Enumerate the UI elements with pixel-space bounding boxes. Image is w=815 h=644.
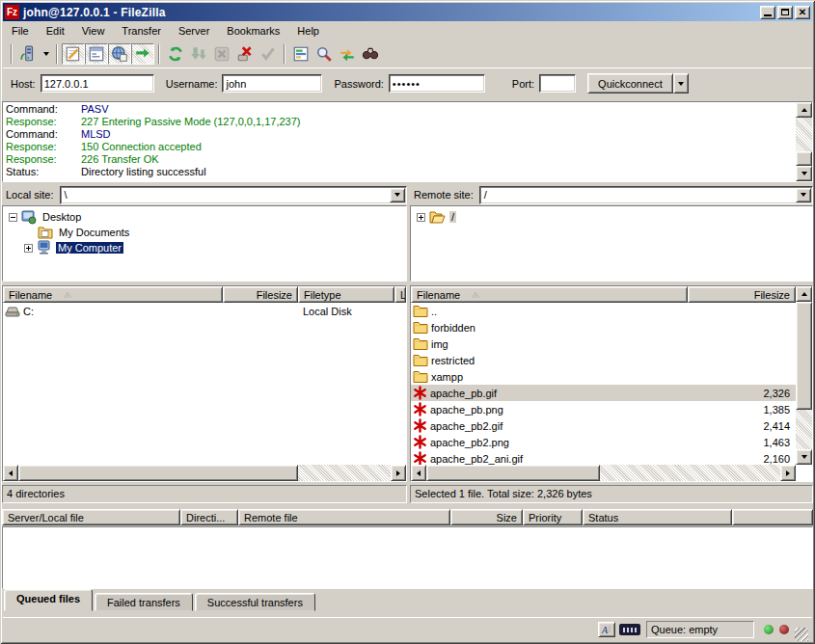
find-files-button[interactable] bbox=[359, 43, 382, 65]
menu-file[interactable]: File bbox=[3, 23, 38, 39]
refresh-button[interactable] bbox=[164, 43, 187, 65]
scrollbar-thumb[interactable] bbox=[796, 302, 812, 410]
toggle-remote-tree-button[interactable] bbox=[108, 43, 131, 65]
status-indicator-icon[interactable] bbox=[619, 624, 640, 635]
local-site-dropdown-button[interactable] bbox=[390, 188, 405, 202]
column-label: Filetype bbox=[304, 289, 341, 301]
scrollbar-thumb[interactable] bbox=[18, 465, 298, 481]
local-horizontal-scrollbar[interactable] bbox=[3, 465, 406, 481]
file-row[interactable]: .. bbox=[411, 303, 796, 319]
tree-item-my-documents[interactable]: My Documents bbox=[3, 225, 406, 240]
toolbar-separator bbox=[56, 44, 58, 64]
menu-transfer[interactable]: Transfer bbox=[113, 23, 170, 39]
minimize-button[interactable] bbox=[760, 6, 775, 19]
data-type-indicator-button[interactable]: A bbox=[598, 622, 615, 637]
close-button[interactable]: ✕ bbox=[795, 6, 810, 19]
file-row[interactable]: forbidden bbox=[411, 319, 796, 335]
scroll-right-button[interactable] bbox=[780, 465, 796, 481]
remote-site-dropdown-button[interactable] bbox=[796, 188, 811, 202]
scroll-down-button[interactable] bbox=[796, 166, 812, 181]
file-row-selected[interactable]: apache_pb.gif 2,326 bbox=[411, 385, 796, 401]
column-header-filename[interactable]: Filename bbox=[3, 286, 223, 303]
column-header-priority[interactable]: Priority bbox=[523, 509, 583, 525]
log-scrollbar[interactable] bbox=[796, 102, 812, 181]
remote-site-combobox[interactable]: / bbox=[479, 186, 813, 204]
tree-item-my-computer[interactable]: My Computer bbox=[3, 240, 406, 255]
disconnect-button[interactable] bbox=[233, 43, 257, 65]
scroll-right-button[interactable] bbox=[391, 465, 406, 481]
tab-successful-transfers[interactable]: Successful transfers bbox=[195, 593, 315, 611]
toggle-local-tree-button[interactable] bbox=[85, 43, 108, 65]
column-header-filesize[interactable]: Filesize bbox=[223, 286, 298, 303]
file-row[interactable]: apache_pb.png 1,385 bbox=[411, 401, 796, 417]
column-header-last-modified[interactable]: L bbox=[394, 286, 406, 303]
remote-vertical-scrollbar[interactable] bbox=[796, 286, 812, 465]
quickconnect-button[interactable]: Quickconnect bbox=[587, 73, 673, 94]
file-row[interactable]: apache_pb2.gif 2,414 bbox=[411, 417, 796, 434]
column-header-filename[interactable]: Filename bbox=[411, 286, 688, 303]
scroll-up-button[interactable] bbox=[796, 102, 812, 118]
expand-icon[interactable] bbox=[417, 213, 425, 222]
tree-item-desktop[interactable]: Desktop bbox=[3, 209, 406, 225]
column-header-size[interactable]: Size bbox=[450, 509, 523, 525]
toggle-message-log-button[interactable] bbox=[62, 43, 85, 65]
reconnect-button[interactable] bbox=[257, 43, 280, 65]
host-input[interactable] bbox=[41, 74, 154, 93]
site-manager-dropdown-button[interactable] bbox=[40, 43, 52, 65]
password-input[interactable] bbox=[389, 74, 485, 93]
synchronized-browsing-button[interactable] bbox=[336, 43, 359, 65]
column-header-server-local-file[interactable]: Server/Local file bbox=[2, 509, 180, 525]
remote-site-bar: Remote site: / bbox=[410, 185, 813, 204]
tree-item-root[interactable]: / bbox=[411, 209, 812, 225]
scrollbar-thumb[interactable] bbox=[426, 465, 600, 481]
menu-edit[interactable]: Edit bbox=[38, 23, 73, 39]
scrollbar-thumb[interactable] bbox=[796, 151, 812, 166]
scroll-left-button[interactable] bbox=[411, 465, 426, 481]
resize-grip[interactable] bbox=[795, 628, 808, 641]
title-bar: Fz john@127.0.0.1 - FileZilla ✕ bbox=[3, 3, 812, 21]
tab-queued-files[interactable]: Queued files bbox=[4, 589, 93, 611]
queue-body[interactable] bbox=[2, 526, 813, 589]
port-input[interactable] bbox=[539, 74, 576, 93]
tab-failed-transfers[interactable]: Failed transfers bbox=[95, 593, 193, 611]
username-input[interactable] bbox=[222, 74, 322, 93]
local-site-combobox[interactable]: \ bbox=[60, 186, 407, 204]
synchronized-browsing-icon bbox=[339, 45, 356, 63]
quickconnect-dropdown-button[interactable] bbox=[673, 73, 689, 94]
expand-icon[interactable] bbox=[24, 244, 33, 253]
log-line-label: Command: bbox=[6, 103, 81, 116]
process-queue-button[interactable] bbox=[187, 43, 210, 65]
file-row[interactable]: xampp bbox=[411, 368, 796, 385]
menu-view[interactable]: View bbox=[73, 23, 114, 39]
arrow-down-icon bbox=[801, 455, 807, 459]
scroll-left-button[interactable] bbox=[3, 465, 18, 481]
file-row-c-drive[interactable]: C: Local Disk bbox=[3, 303, 406, 319]
menu-bookmarks[interactable]: Bookmarks bbox=[218, 23, 288, 39]
column-label: Status bbox=[588, 512, 618, 523]
maximize-button[interactable] bbox=[777, 6, 793, 19]
site-manager-button[interactable] bbox=[16, 43, 40, 65]
scroll-up-button[interactable] bbox=[796, 286, 812, 302]
menu-server[interactable]: Server bbox=[170, 23, 218, 39]
column-header-status[interactable]: Status bbox=[583, 509, 732, 525]
remote-tree-icon bbox=[111, 45, 128, 63]
column-header-remote-file[interactable]: Remote file bbox=[238, 509, 450, 525]
file-row[interactable]: img bbox=[411, 335, 796, 352]
remote-list-header: Filename Filesize bbox=[411, 286, 796, 303]
menu-help[interactable]: Help bbox=[288, 23, 328, 39]
collapse-icon[interactable] bbox=[9, 213, 17, 222]
compare-directories-button[interactable] bbox=[312, 43, 336, 65]
cancel-operation-button[interactable] bbox=[210, 43, 233, 65]
remote-horizontal-scrollbar[interactable] bbox=[411, 465, 796, 481]
file-row[interactable]: apache_pb2.png 1,463 bbox=[411, 434, 796, 450]
column-header-direction[interactable]: Directi... bbox=[180, 509, 238, 525]
filter-button[interactable] bbox=[289, 43, 312, 65]
reconnect-icon bbox=[259, 45, 277, 63]
toggle-transfer-queue-button[interactable] bbox=[131, 43, 154, 65]
column-header-filesize[interactable]: Filesize bbox=[688, 286, 796, 303]
column-label: Size bbox=[497, 512, 517, 523]
file-row[interactable]: restricted bbox=[411, 352, 796, 368]
scroll-down-button[interactable] bbox=[796, 449, 812, 465]
column-header-filetype[interactable]: Filetype bbox=[298, 286, 394, 303]
log-line-text: MLSD bbox=[81, 128, 111, 140]
